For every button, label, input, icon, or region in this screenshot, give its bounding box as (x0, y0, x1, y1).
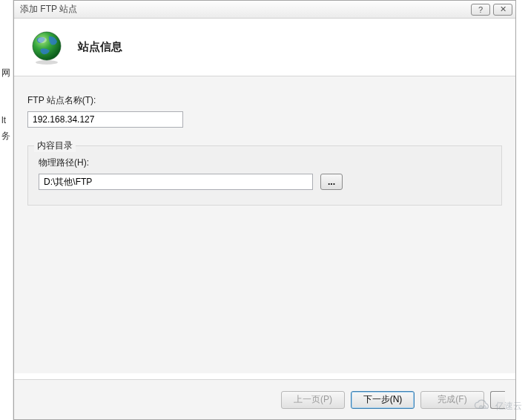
help-button[interactable]: ? (471, 4, 490, 16)
previous-button: 上一页(P) (281, 391, 345, 409)
background-panel: 网 lt 务 (0, 0, 13, 420)
cancel-button[interactable] (490, 391, 505, 409)
physical-path-input[interactable] (39, 174, 313, 190)
bg-text: 网 (1, 67, 10, 79)
site-name-label: FTP 站点名称(T): (27, 94, 502, 107)
dialog-header: 站点信息 (14, 19, 515, 76)
close-button[interactable]: ✕ (493, 4, 512, 16)
physical-path-label: 物理路径(H): (39, 157, 491, 169)
next-button[interactable]: 下一步(N) (351, 391, 415, 409)
page-title: 站点信息 (78, 40, 122, 54)
close-icon: ✕ (500, 4, 506, 14)
svg-point-0 (36, 60, 58, 65)
browse-button[interactable]: ... (320, 174, 343, 190)
add-ftp-site-dialog: 添加 FTP 站点 ? ✕ 站点信息 FTP 站点名称( (13, 0, 516, 420)
ellipsis-icon: ... (328, 177, 335, 187)
groupbox-title: 内容目录 (34, 140, 76, 152)
site-name-input[interactable] (27, 111, 183, 128)
help-icon: ? (478, 5, 483, 14)
titlebar: 添加 FTP 站点 ? ✕ (14, 1, 515, 19)
bg-text: 务 (1, 130, 10, 142)
svg-point-2 (38, 37, 47, 43)
svg-point-1 (33, 32, 61, 60)
physical-path-row: ... (39, 174, 491, 190)
bg-text: lt (1, 115, 6, 125)
dialog-title: 添加 FTP 站点 (20, 3, 468, 16)
globe-icon (29, 30, 65, 65)
content-directory-group: 内容目录 物理路径(H): ... (27, 145, 502, 206)
dialog-footer: 上一页(P) 下一步(N) 完成(F) (14, 379, 515, 419)
dialog-content: FTP 站点名称(T): 内容目录 物理路径(H): ... (14, 76, 515, 373)
finish-button: 完成(F) (420, 391, 484, 409)
